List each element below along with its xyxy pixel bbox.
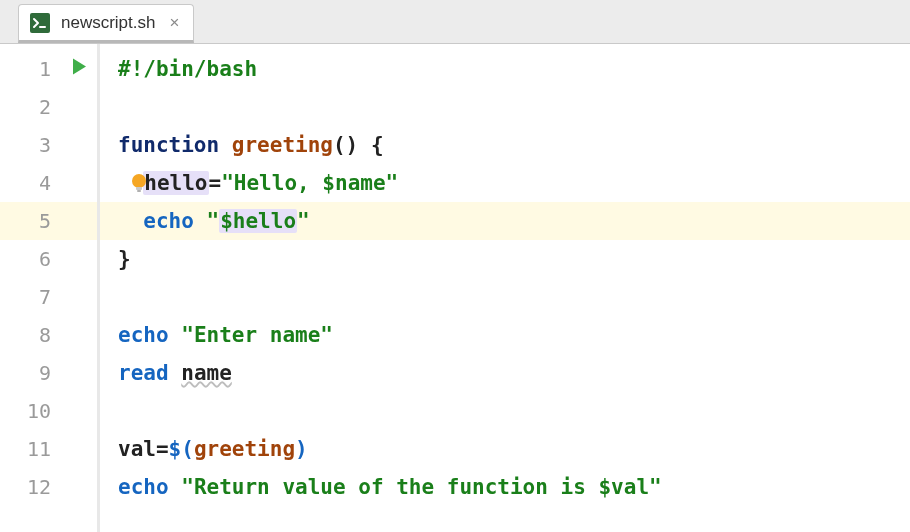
- string-close-quote: ": [386, 171, 399, 195]
- line-number: 10: [27, 399, 51, 423]
- code-line[interactable]: val=$(greeting): [100, 430, 910, 468]
- function-call: greeting: [194, 437, 295, 461]
- line-number: 3: [39, 133, 51, 157]
- gutter-line[interactable]: 5: [0, 202, 97, 240]
- code-line[interactable]: #!/bin/bash: [100, 50, 910, 88]
- string-close-quote: ": [320, 323, 333, 347]
- string-open-quote: ": [207, 209, 220, 233]
- svg-rect-3: [136, 187, 142, 190]
- line-number: 8: [39, 323, 51, 347]
- gutter-line[interactable]: 9: [0, 354, 97, 392]
- command-sub-open: $(: [169, 437, 194, 461]
- line-number: 5: [39, 209, 51, 233]
- code-line[interactable]: [100, 392, 910, 430]
- string-close-quote: ": [649, 475, 662, 499]
- line-number: 4: [39, 171, 51, 195]
- code-line[interactable]: function greeting() {: [100, 126, 910, 164]
- builtin-read: read: [118, 361, 169, 385]
- gutter-line[interactable]: 3: [0, 126, 97, 164]
- gutter: 1 2 3 4 5 6 7 8 9 10 11 12: [0, 44, 100, 532]
- code-line[interactable]: [100, 88, 910, 126]
- var-assign-lhs: hello: [143, 171, 208, 195]
- line-number: 2: [39, 95, 51, 119]
- code-area[interactable]: #!/bin/bash function greeting() { hello=…: [100, 44, 910, 532]
- command-sub-close: ): [295, 437, 308, 461]
- indent: [118, 209, 143, 233]
- svg-rect-4: [137, 190, 141, 192]
- space: [219, 133, 232, 157]
- code-line[interactable]: read name: [100, 354, 910, 392]
- string-open-quote: ": [181, 323, 194, 347]
- builtin-echo: echo: [118, 323, 169, 347]
- gutter-line[interactable]: 12: [0, 468, 97, 506]
- builtin-echo: echo: [143, 209, 194, 233]
- shebang: #!/bin/bash: [118, 57, 257, 81]
- gutter-line[interactable]: 10: [0, 392, 97, 430]
- var-assign-lhs: val: [118, 437, 156, 461]
- function-name: greeting: [232, 133, 333, 157]
- tab-bar: newscript.sh ×: [0, 0, 910, 44]
- string-var: $val: [598, 475, 649, 499]
- code-line[interactable]: }: [100, 240, 910, 278]
- space: [169, 475, 182, 499]
- close-brace: }: [118, 247, 131, 271]
- paren-brace: () {: [333, 133, 384, 157]
- gutter-line[interactable]: 1: [0, 50, 97, 88]
- intention-bulb-icon[interactable]: [128, 172, 150, 194]
- builtin-echo: echo: [118, 475, 169, 499]
- line-number: 7: [39, 285, 51, 309]
- string-open-quote: ": [221, 171, 234, 195]
- space: [194, 209, 207, 233]
- equals: =: [156, 437, 169, 461]
- string-literal: Enter name: [194, 323, 320, 347]
- string-open-quote: ": [181, 475, 194, 499]
- equals: =: [209, 171, 222, 195]
- run-icon[interactable]: [69, 57, 89, 82]
- tab-newscript[interactable]: newscript.sh ×: [18, 4, 194, 43]
- string-var: $hello: [219, 209, 297, 233]
- space: [169, 323, 182, 347]
- read-arg: name: [181, 361, 232, 385]
- string-literal: Hello,: [234, 171, 323, 195]
- line-number: 1: [39, 57, 51, 81]
- code-line[interactable]: echo "Return value of the function is $v…: [100, 468, 910, 506]
- svg-rect-0: [30, 13, 50, 33]
- line-number: 9: [39, 361, 51, 385]
- string-var: $name: [322, 171, 385, 195]
- editor: 1 2 3 4 5 6 7 8 9 10 11 12 #!/bin/bash f…: [0, 44, 910, 532]
- code-line[interactable]: echo "$hello": [100, 202, 910, 240]
- line-number: 6: [39, 247, 51, 271]
- gutter-line[interactable]: 6: [0, 240, 97, 278]
- string-literal: Return value of the function is: [194, 475, 599, 499]
- gutter-line[interactable]: 2: [0, 88, 97, 126]
- tab-close-icon[interactable]: ×: [169, 14, 179, 31]
- gutter-line[interactable]: 7: [0, 278, 97, 316]
- keyword-function: function: [118, 133, 219, 157]
- line-number: 12: [27, 475, 51, 499]
- shell-file-icon: [29, 12, 51, 34]
- tab-filename: newscript.sh: [61, 13, 155, 33]
- gutter-line[interactable]: 8: [0, 316, 97, 354]
- line-number: 11: [27, 437, 51, 461]
- svg-point-2: [132, 174, 146, 188]
- code-line[interactable]: [100, 278, 910, 316]
- gutter-line[interactable]: 4: [0, 164, 97, 202]
- code-line[interactable]: echo "Enter name": [100, 316, 910, 354]
- string-close-quote: ": [297, 209, 310, 233]
- gutter-line[interactable]: 11: [0, 430, 97, 468]
- code-line[interactable]: hello="Hello, $name": [100, 164, 910, 202]
- space: [169, 361, 182, 385]
